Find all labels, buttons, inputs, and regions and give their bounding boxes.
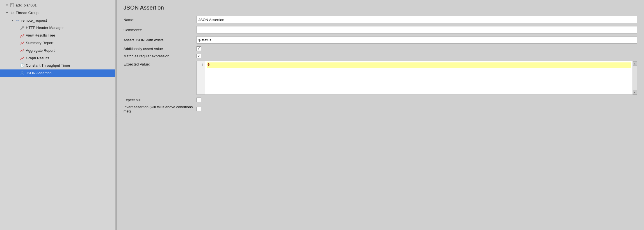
sidebar-item-label: Graph Results xyxy=(26,55,49,61)
name-label: Name: xyxy=(124,18,197,22)
sidebar-item-label: remote_request xyxy=(21,18,47,24)
match-regex-row: Match as regular expression xyxy=(124,54,637,58)
chevron-icon: ▼ xyxy=(6,3,9,8)
expect-null-label: Expect null xyxy=(124,98,197,102)
spacer xyxy=(16,64,19,68)
chevron-icon: ▼ xyxy=(6,11,9,15)
invert-assertion-checkbox[interactable] xyxy=(197,107,201,111)
expected-value-label: Expected Value: xyxy=(124,61,197,66)
sidebar-item-aggregate-report[interactable]: Aggregate Report xyxy=(0,47,115,55)
additionally-assert-label: Additionally assert value xyxy=(124,47,197,51)
clock-icon: 🕐 xyxy=(20,63,25,68)
comments-label: Comments: xyxy=(124,28,197,32)
spacer xyxy=(16,48,19,53)
sidebar-item-remote-request[interactable]: ▼ ✏ remote_request xyxy=(0,17,115,24)
scrollbar-track xyxy=(633,66,637,90)
spacer xyxy=(16,41,19,45)
sidebar-item-json-assertion[interactable]: JSON Assertion xyxy=(0,69,115,77)
expect-null-checkbox[interactable] xyxy=(197,98,201,102)
invert-assertion-row: Invert assertion (will fail if above con… xyxy=(124,105,637,113)
expected-value-area: 1 0 ▲ ▼ xyxy=(197,61,637,95)
sidebar-root-label: adx_plan001 xyxy=(16,3,36,8)
line-numbers: 1 xyxy=(197,61,205,94)
sidebar-item-graph-results[interactable]: Graph Results xyxy=(0,55,115,62)
svg-point-5 xyxy=(20,37,21,37)
main-panel: JSON Assertion Name: Comments: Assert JS… xyxy=(117,0,644,230)
sidebar-item-label: HTTP Header Manager xyxy=(26,25,64,31)
chart-icon xyxy=(20,56,25,61)
sidebar-item-label: Constant Throughput Timer xyxy=(26,63,70,69)
match-regex-checkbox[interactable] xyxy=(197,54,201,58)
code-area[interactable]: 0 xyxy=(205,61,632,94)
sidebar-item-label: Thread Group xyxy=(16,10,38,16)
gear-icon: ⚙ xyxy=(10,10,15,15)
svg-line-1 xyxy=(10,4,12,5)
sidebar: ▼ adx_plan001 ▼ ⚙ Thread Group ▼ ✏ remot… xyxy=(0,0,115,230)
match-regex-label: Match as regular expression xyxy=(124,54,197,58)
pencil-icon: ✏ xyxy=(15,18,20,23)
additionally-assert-checkbox-container xyxy=(197,46,201,51)
assert-path-row: Assert JSON Path exists: xyxy=(124,36,637,44)
chart-icon xyxy=(20,33,25,38)
spacer xyxy=(16,26,19,30)
sidebar-item-constant-throughput-timer[interactable]: 🕐 Constant Throughput Timer xyxy=(0,62,115,69)
sidebar-item-label: Aggregate Report xyxy=(26,48,55,54)
comments-input[interactable] xyxy=(197,26,637,33)
svg-point-6 xyxy=(24,34,24,35)
panel-title: JSON Assertion xyxy=(124,4,637,11)
adx-root-icon xyxy=(10,3,15,8)
sidebar-item-thread-group[interactable]: ▼ ⚙ Thread Group xyxy=(0,9,115,17)
sidebar-item-label: View Results Tree xyxy=(26,33,55,39)
svg-point-7 xyxy=(21,71,23,73)
sidebar-item-label: JSON Assertion xyxy=(26,70,52,76)
name-input[interactable] xyxy=(197,16,637,23)
chart-icon xyxy=(20,40,25,46)
chart-icon xyxy=(20,48,25,53)
chevron-icon: ▼ xyxy=(11,18,15,23)
sidebar-item-label: Summary Report xyxy=(26,40,53,46)
assert-path-input[interactable] xyxy=(197,36,637,44)
code-value: 0 xyxy=(207,62,210,67)
expected-value-row: Expected Value: 1 0 ▲ ▼ xyxy=(124,61,637,95)
user-icon xyxy=(20,71,25,76)
sidebar-item-http-header-manager[interactable]: HTTP Header Manager xyxy=(0,24,115,32)
scrollbar-down-btn[interactable]: ▼ xyxy=(633,90,637,94)
spacer xyxy=(16,71,19,76)
sidebar-item-summary-report[interactable]: Summary Report xyxy=(0,39,115,47)
match-regex-checkbox-container xyxy=(197,54,201,58)
spacer xyxy=(16,56,19,60)
comments-row: Comments: xyxy=(124,26,637,33)
wrench-icon xyxy=(20,26,25,31)
additionally-assert-checkbox[interactable] xyxy=(197,46,201,51)
sidebar-item-root[interactable]: ▼ adx_plan001 xyxy=(0,2,115,9)
code-line-1: 0 xyxy=(207,62,631,68)
name-row: Name: xyxy=(124,16,637,23)
scrollbar-area: ▲ ▼ xyxy=(632,61,637,94)
invert-assertion-label: Invert assertion (will fail if above con… xyxy=(124,105,197,113)
sidebar-item-view-results-tree[interactable]: View Results Tree xyxy=(0,32,115,39)
svg-point-3 xyxy=(23,26,24,28)
additionally-assert-row: Additionally assert value xyxy=(124,46,637,51)
spacer xyxy=(16,33,19,38)
expect-null-row: Expect null xyxy=(124,98,637,102)
assert-path-label: Assert JSON Path exists: xyxy=(124,38,197,42)
scrollbar-up-btn[interactable]: ▲ xyxy=(633,61,637,66)
